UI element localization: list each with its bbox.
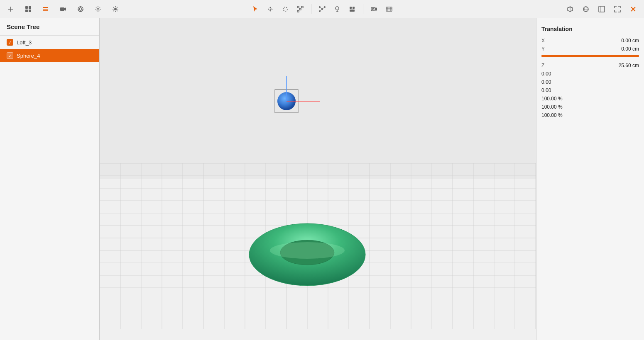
prop-value-7[interactable]: 100.00 %	[541, 104, 563, 110]
checkbox-loft3[interactable]: ✓	[7, 39, 13, 46]
svg-rect-43	[350, 10, 355, 12]
main-area: Scene Tree ✓ Loft_3 ✓ Sphere_4	[0, 18, 644, 340]
prop-value-y[interactable]: 0.00 cm	[621, 46, 639, 52]
camera-icon[interactable]	[57, 3, 69, 15]
svg-rect-47	[386, 7, 392, 11]
grid-svg	[100, 18, 536, 340]
cursor-icon[interactable]	[250, 3, 261, 15]
svg-rect-1	[8, 9, 13, 10]
tree-item-sphere4[interactable]: ✓ Sphere_4	[0, 49, 99, 62]
viewport[interactable]: Environment Friction 10.00 % Bounce	[100, 18, 536, 340]
svg-rect-64	[100, 18, 536, 179]
toolbar-left	[5, 3, 121, 15]
prop-value-6[interactable]: 100.00 %	[541, 96, 563, 102]
prop-label-x: X	[541, 38, 545, 44]
separator-2	[363, 4, 363, 14]
svg-point-104	[270, 242, 345, 259]
close-x-icon[interactable]	[627, 3, 639, 15]
scale-icon[interactable]	[294, 3, 306, 15]
svg-rect-42	[353, 7, 355, 9]
maximize-icon[interactable]	[612, 3, 623, 15]
svg-point-17	[97, 8, 99, 10]
svg-point-38	[335, 7, 339, 10]
prop-value-5[interactable]: 0.00	[541, 87, 551, 93]
sun-icon[interactable]	[110, 3, 121, 15]
svg-line-37	[320, 9, 322, 11]
svg-rect-44	[371, 7, 375, 11]
sphere-icon-toolbar[interactable]	[580, 3, 592, 15]
svg-rect-4	[25, 10, 28, 12]
svg-point-45	[372, 8, 374, 10]
cube-icon[interactable]	[564, 3, 576, 15]
svg-rect-3	[29, 6, 31, 9]
tree-item-label-sphere4: Sphere_4	[17, 53, 40, 59]
nodes-icon[interactable]	[316, 3, 328, 15]
svg-line-24	[117, 10, 118, 11]
prop-row-4: 0.00	[541, 78, 639, 86]
panel-icon[interactable]	[596, 3, 607, 15]
prop-value-3[interactable]: 0.00	[541, 71, 551, 77]
svg-rect-41	[350, 7, 352, 9]
checkbox-sphere4[interactable]: ✓	[7, 52, 13, 59]
svg-line-35	[320, 7, 322, 9]
svg-line-23	[113, 7, 114, 7]
svg-point-12	[79, 8, 82, 10]
prop-label-y: Y	[541, 46, 545, 52]
plus-icon[interactable]	[5, 3, 17, 15]
svg-rect-5	[29, 10, 31, 12]
physics-icon[interactable]	[331, 3, 343, 15]
right-panel: Translation X 0.00 cm Y 0.00 cm Z 25.60 …	[536, 18, 644, 340]
prop-row-z: Z 25.60 cm	[541, 61, 639, 70]
scene-tree-title: Scene Tree	[0, 18, 99, 36]
settings-icon[interactable]	[92, 3, 104, 15]
target-icon[interactable]	[75, 3, 86, 15]
svg-rect-8	[43, 10, 48, 11]
camera2-icon[interactable]	[368, 3, 380, 15]
tree-item-loft3[interactable]: ✓ Loft_3	[0, 36, 99, 49]
prop-row-7: 100.00 %	[541, 103, 639, 111]
scene-tree-panel: Scene Tree ✓ Loft_3 ✓ Sphere_4	[0, 18, 100, 340]
check-loft3: ✓	[8, 40, 12, 45]
prop-row-5: 0.00	[541, 86, 639, 95]
svg-point-28	[269, 8, 271, 10]
align-icon[interactable]	[346, 3, 358, 15]
svg-rect-2	[25, 6, 28, 9]
svg-marker-10	[64, 7, 66, 11]
separator-1	[311, 4, 311, 14]
toolbar	[0, 0, 644, 18]
svg-rect-7	[43, 9, 48, 10]
svg-line-26	[113, 10, 114, 11]
tree-item-label-loft3: Loft_3	[17, 39, 32, 46]
select-circle-icon[interactable]	[279, 3, 291, 15]
svg-line-25	[117, 7, 118, 7]
toolbar-right	[564, 3, 639, 15]
check-sphere4: ✓	[8, 53, 12, 58]
svg-rect-30	[299, 8, 301, 10]
prop-row-x: X 0.00 cm	[541, 36, 639, 45]
svg-rect-9	[60, 7, 64, 11]
prop-row-6: 100.00 %	[541, 95, 639, 103]
move-icon[interactable]	[264, 3, 276, 15]
toolbar-center	[250, 3, 395, 15]
prop-value-z[interactable]: 25.60 cm	[619, 63, 639, 68]
svg-rect-58	[599, 6, 605, 12]
grid-icon[interactable]	[22, 3, 34, 15]
svg-rect-6	[43, 7, 48, 8]
prop-value-x[interactable]: 0.00 cm	[621, 38, 639, 44]
svg-point-18	[114, 8, 117, 10]
prop-value-4[interactable]: 0.00	[541, 79, 551, 85]
svg-marker-27	[253, 6, 257, 12]
prop-value-8[interactable]: 100.00 %	[541, 112, 563, 118]
menu-icon[interactable]	[40, 3, 51, 15]
film-icon[interactable]	[383, 3, 395, 15]
prop-row-8: 100.00 %	[541, 111, 639, 119]
svg-line-36	[322, 7, 325, 9]
translation-title: Translation	[541, 26, 639, 32]
svg-point-29	[283, 7, 287, 11]
prop-row-y: Y 0.00 cm	[541, 45, 639, 53]
z-slider[interactable]	[541, 55, 639, 57]
prop-row-3: 0.00	[541, 70, 639, 78]
prop-label-z: Z	[541, 63, 544, 68]
